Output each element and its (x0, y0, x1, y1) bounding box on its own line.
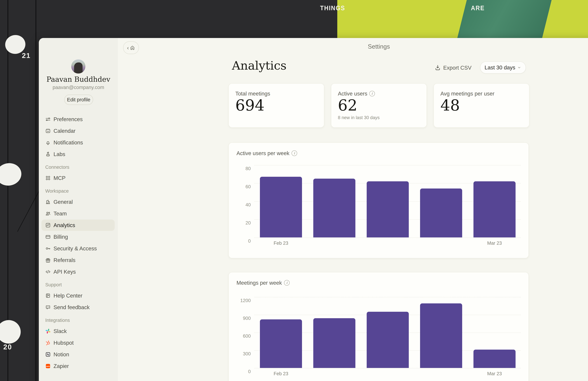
bar-slot: Mar 23 (468, 297, 521, 368)
chart-title-label: Active users per week (236, 150, 289, 156)
download-icon (435, 64, 441, 71)
plot: 12009006003000Feb 23Mar 23 (254, 297, 521, 368)
profile-name: Paavan Buddhdev (39, 75, 118, 83)
sidebar-item-team[interactable]: Team (42, 208, 115, 219)
sidebar-item-label: Analytics (54, 222, 75, 228)
date-range-label: Last 30 days (485, 64, 515, 71)
bar[interactable] (313, 179, 356, 237)
x-tick-label: Mar 23 (487, 371, 502, 376)
sidebar-item-label: General (54, 199, 73, 205)
bar[interactable] (260, 319, 302, 368)
stat-value: 694 (235, 96, 265, 114)
y-tick-label: 40 (246, 202, 251, 208)
bar-slot: Feb 23 (254, 297, 308, 368)
code-icon (45, 269, 51, 275)
sidebar-item-label: Labs (54, 151, 65, 157)
sidebar-item-help-center[interactable]: Help Center (42, 290, 115, 301)
sidebar-item-hubspot[interactable]: Hubspot (42, 337, 115, 348)
sidebar-item-security-access[interactable]: Security & Access (42, 243, 115, 254)
film-seam (35, 0, 37, 381)
sidebar-item-label: Preferences (54, 116, 83, 122)
film-dot (0, 320, 21, 344)
svg-text:N: N (47, 353, 49, 356)
stat-value: 48 (441, 96, 460, 114)
x-tick-label: Feb 23 (274, 240, 288, 246)
y-tick-label: 0 (248, 369, 251, 374)
sidebar-nav: Preferences24CalendarNotificationsLabsCo… (39, 113, 118, 372)
bar[interactable] (473, 350, 516, 368)
bar[interactable] (473, 181, 516, 237)
team-icon (45, 211, 51, 216)
sidebar-item-mcp[interactable]: MCP (42, 172, 115, 184)
bar-slot (414, 165, 468, 237)
sidebar-item-label: Referrals (54, 257, 76, 263)
y-tick-label: 0 (248, 238, 251, 244)
bar[interactable] (260, 177, 302, 237)
sidebar-item-referrals[interactable]: Referrals (42, 254, 115, 266)
bar-slot (361, 165, 414, 237)
y-tick-label: 1200 (240, 298, 251, 303)
edit-profile-button[interactable]: Edit profile (64, 95, 93, 105)
sidebar-item-labs[interactable]: Labs (42, 148, 115, 160)
avatar[interactable] (71, 59, 85, 73)
sidebar-item-slack[interactable]: Slack (42, 325, 115, 337)
gridline (254, 237, 521, 238)
bar[interactable] (367, 312, 409, 368)
chart-card-active-users: Active users per week i 806040200Feb 23M… (229, 143, 529, 258)
sidebar-item-notion[interactable]: NNotion (42, 349, 115, 360)
info-icon[interactable]: i (284, 280, 290, 286)
stat-card-avg-meetings-per-user: Avg meetings per user48 (434, 83, 529, 127)
bar[interactable] (313, 318, 356, 368)
sidebar-item-label: Notifications (54, 139, 83, 146)
chart-icon (45, 222, 51, 228)
sidebar-item-send-feedback[interactable]: Send feedback (42, 302, 115, 313)
bars: Feb 23Mar 23 (254, 297, 521, 368)
sidebar-item-preferences[interactable]: Preferences (42, 114, 115, 125)
sidebar-item-billing[interactable]: Billing (42, 231, 115, 242)
y-tick-label: 300 (243, 351, 251, 357)
bar[interactable] (420, 303, 462, 368)
feedback-icon (45, 305, 51, 310)
sidebar-item-label: Zapier (54, 363, 69, 369)
bar-slot (414, 297, 468, 368)
sidebar-item-label: Hubspot (54, 339, 74, 346)
info-icon[interactable]: i (292, 150, 297, 156)
stat-label: Active usersi (338, 90, 375, 97)
sidebar-item-calendar[interactable]: 24Calendar (42, 125, 115, 137)
stat-label-text: Active users (338, 90, 367, 97)
stat-label-text: Avg meetings per user (441, 90, 494, 97)
sidebar-item-general[interactable]: General (42, 196, 115, 208)
sidebar-item-label: Billing (54, 234, 68, 240)
sidebar-item-label: Send feedback (54, 304, 90, 310)
bar-slot (361, 297, 414, 368)
chevron-down-icon (517, 65, 521, 70)
export-csv-button[interactable]: Export CSV (435, 64, 471, 72)
sidebar-item-zapier[interactable]: zapierZapier (42, 360, 115, 372)
y-tick-label: 600 (243, 333, 251, 339)
sidebar-item-api-keys[interactable]: API Keys (42, 266, 115, 277)
y-tick-label: 80 (246, 166, 251, 171)
sidebar-item-label: Notion (54, 351, 69, 358)
mcp-icon (45, 175, 51, 181)
sidebar-item-notifications[interactable]: Notifications (42, 137, 115, 148)
info-icon[interactable]: i (369, 91, 375, 96)
bar-slot (308, 165, 361, 237)
date-range-dropdown[interactable]: Last 30 days (480, 62, 526, 73)
chart-card-meetings: Meetings per week i 12009006003000Feb 23… (229, 272, 529, 381)
plot: 806040200Feb 23Mar 23 (254, 165, 521, 237)
sidebar-section-header: Workspace (42, 186, 115, 196)
page-title: Analytics (232, 59, 287, 72)
film-number: 15 (7, 176, 15, 185)
key-icon (45, 246, 51, 251)
sidebar-section-header: Support (42, 280, 115, 290)
card-icon (45, 234, 51, 239)
bar-slot: Mar 23 (468, 165, 521, 237)
sidebar-item-label: MCP (54, 175, 65, 181)
flask-icon (45, 151, 51, 157)
bell-icon (45, 140, 51, 145)
bar[interactable] (367, 181, 409, 237)
sidebar: Paavan Buddhdev paavan@company.com Edit … (39, 38, 118, 381)
notion-icon: N (45, 352, 51, 357)
bar[interactable] (420, 189, 462, 237)
sidebar-item-analytics[interactable]: Analytics (42, 220, 115, 231)
